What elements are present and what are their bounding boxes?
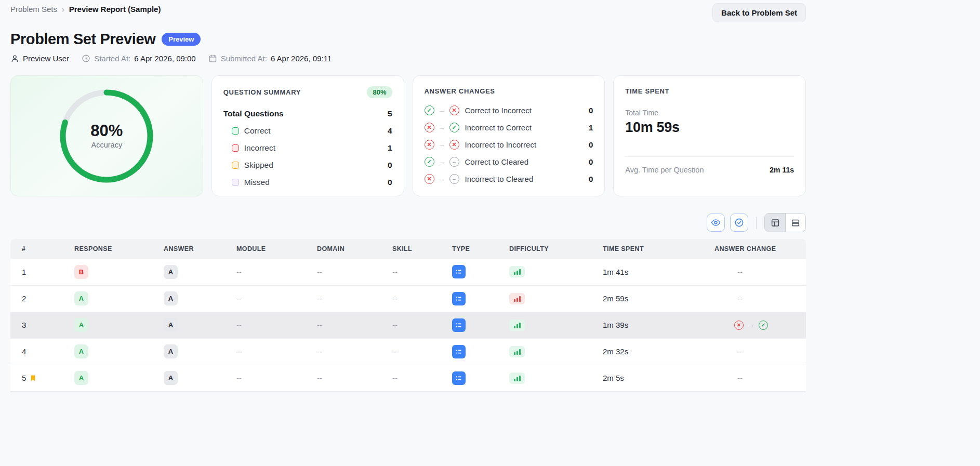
correct-legend-icon <box>232 127 239 135</box>
difficulty-icon <box>509 266 525 277</box>
difficulty-icon <box>509 293 525 304</box>
breadcrumb-current: Preview Report (Sample) <box>69 5 161 14</box>
col-time-spent: TIME SPENT <box>598 239 709 259</box>
eye-icon <box>711 218 721 228</box>
user-meta: Preview User <box>10 54 69 63</box>
response-badge: A <box>74 318 88 332</box>
time-spent-cell: 1m 39s <box>598 312 709 338</box>
module-cell: -- <box>231 259 312 285</box>
question-type-icon <box>452 345 466 358</box>
accuracy-donut: 80% Accuracy <box>57 87 156 185</box>
question-number: 5 <box>22 374 26 382</box>
col-number: # <box>10 239 69 259</box>
answer-change-label: Correct to Cleared <box>465 157 589 166</box>
arrow-right-icon <box>439 175 445 183</box>
cleared-state-icon <box>449 174 459 184</box>
toolbar-divider <box>756 217 757 229</box>
avg-time-row: Avg. Time per Question 2m 11s <box>625 166 794 174</box>
question-summary-title: QUESTION SUMMARY <box>223 88 301 96</box>
answer-change-label: Correct to Incorrect <box>465 106 589 115</box>
table-row[interactable]: 2 A A -- -- -- 2m 59s -- <box>10 285 806 312</box>
correct-state-icon <box>425 105 434 115</box>
table-row[interactable]: 5 A A -- -- -- 2m 5s -- <box>10 365 806 391</box>
header: Problem Set Preview Preview <box>10 31 806 48</box>
back-to-problem-set-button[interactable]: Back to Problem Set <box>712 3 806 22</box>
view-toggle <box>764 213 806 232</box>
question-summary-rows: Total Questions 5 Correct 4 Incorrect 1 … <box>223 105 392 191</box>
time-spent-cell: 2m 32s <box>598 338 709 365</box>
topbar: Problem Sets › Preview Report (Sample) B… <box>10 3 806 22</box>
questions-table-wrap: # RESPONSE ANSWER MODULE DOMAIN SKILL TY… <box>10 239 806 392</box>
answer-change-cell <box>714 321 801 330</box>
answer-badge: A <box>164 371 178 385</box>
incorrect-state-icon <box>425 174 434 184</box>
incorrect-legend-icon <box>232 144 239 152</box>
col-response: RESPONSE <box>69 239 158 259</box>
show-correct-answers-button[interactable] <box>730 214 748 232</box>
question-type-icon <box>452 292 466 305</box>
answer-change-value: 1 <box>589 123 593 132</box>
summary-row-incorrect: Incorrect 1 <box>223 139 392 156</box>
list-view-button[interactable] <box>785 214 805 232</box>
answer-badge: A <box>164 265 178 279</box>
col-answer: ANSWER <box>158 239 231 259</box>
question-number: 1 <box>22 268 26 276</box>
table-row[interactable]: 3 A A -- -- -- 1m 39s <box>10 312 806 338</box>
answer-change-cell: -- <box>709 365 806 391</box>
total-time-value: 10m 59s <box>625 119 794 136</box>
domain-cell: -- <box>312 285 387 312</box>
table-view-icon <box>771 218 780 228</box>
skill-cell: -- <box>387 259 447 285</box>
col-difficulty: DIFFICULTY <box>504 239 598 259</box>
cleared-state-icon <box>449 157 459 167</box>
incorrect-state-icon <box>734 321 744 330</box>
user-icon <box>10 54 19 63</box>
time-spent-cell: 2m 59s <box>598 285 709 312</box>
col-module: MODULE <box>231 239 312 259</box>
module-cell: -- <box>231 338 312 365</box>
table-view-button[interactable] <box>765 214 785 232</box>
table-row[interactable]: 4 A A -- -- -- 2m 32s -- <box>10 338 806 365</box>
incorrect-state-icon <box>425 123 434 132</box>
submitted-at-label: Submitted At: <box>221 54 267 63</box>
module-cell: -- <box>231 365 312 391</box>
question-number: 2 <box>22 294 26 303</box>
table-row[interactable]: 1 B A -- -- -- 1m 41s -- <box>10 259 806 285</box>
clock-icon <box>82 54 90 63</box>
correct-state-icon <box>759 321 768 330</box>
summary-label: Correct <box>244 126 271 136</box>
summary-label: Missed <box>244 178 270 187</box>
time-spent-title: TIME SPENT <box>625 87 669 95</box>
time-spent-card: TIME SPENT Total Time 10m 59s Avg. Time … <box>613 75 806 196</box>
arrow-right-icon <box>439 106 445 114</box>
arrow-right-icon <box>439 141 445 149</box>
answer-badge: A <box>164 318 178 332</box>
question-type-icon <box>452 318 466 332</box>
summary-row-correct: Correct 4 <box>223 122 392 139</box>
answer-badge: A <box>164 291 178 305</box>
breadcrumb: Problem Sets › Preview Report (Sample) <box>10 3 161 14</box>
difficulty-icon <box>509 346 525 357</box>
summary-row-missed: Missed 0 <box>223 174 392 191</box>
arrow-right-icon <box>439 124 445 131</box>
question-number: 3 <box>22 321 26 329</box>
breadcrumb-problem-sets[interactable]: Problem Sets <box>10 5 57 14</box>
show-responses-button[interactable] <box>707 214 725 232</box>
incorrect-state-icon <box>425 140 434 150</box>
answer-change-row: Incorrect to Incorrect 0 <box>425 136 593 153</box>
accuracy-label: Accuracy <box>91 141 123 149</box>
col-skill: SKILL <box>387 239 447 259</box>
bookmark-icon <box>30 374 36 382</box>
list-view-icon <box>791 218 800 228</box>
domain-cell: -- <box>312 365 387 391</box>
correct-state-icon <box>449 123 459 132</box>
time-spent-cell: 2m 5s <box>598 365 709 391</box>
divider <box>625 156 794 157</box>
col-answer-change: ANSWER CHANGE <box>709 239 806 259</box>
summary-value: 5 <box>388 109 392 118</box>
summary-value: 0 <box>388 161 392 170</box>
difficulty-icon <box>509 319 525 331</box>
summary-cards: 80% Accuracy QUESTION SUMMARY 80% Total … <box>10 75 806 196</box>
summary-label: Total Questions <box>223 109 284 118</box>
donut-center: 80% Accuracy <box>57 87 156 185</box>
